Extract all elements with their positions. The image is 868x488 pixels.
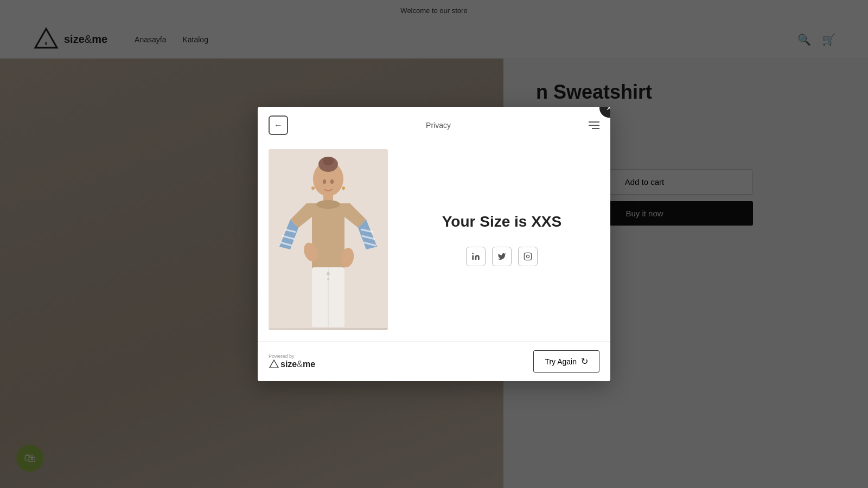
svg-point-24 (472, 253, 474, 254)
model-illustration (269, 149, 388, 328)
social-icons (466, 247, 538, 266)
svg-point-18 (327, 272, 330, 275)
svg-point-22 (311, 187, 315, 190)
modal-header: ← Privacy (258, 107, 610, 144)
svg-point-23 (342, 187, 345, 190)
back-icon: ← (274, 120, 283, 130)
linkedin-icon[interactable] (466, 247, 486, 266)
menu-line-3 (592, 128, 599, 129)
menu-button[interactable] (589, 121, 599, 129)
powered-by: Powered by size&me (269, 354, 315, 370)
modal-product-image (269, 149, 388, 330)
menu-line-1 (589, 121, 599, 123)
size-result-title: Your Size is XXS (442, 213, 561, 230)
modal-overlay: × ← Privacy (0, 0, 868, 488)
menu-line-2 (589, 125, 599, 126)
footer-brand-name: size&me (280, 359, 315, 369)
powered-by-logo: size&me (269, 359, 315, 370)
svg-marker-27 (270, 360, 278, 368)
try-again-label: Try Again (545, 357, 577, 366)
size-result-area: Your Size is XXS (404, 149, 599, 330)
svg-point-5 (323, 157, 334, 165)
modal-body: Your Size is XXS (258, 144, 610, 341)
svg-point-13 (316, 200, 340, 209)
modal-footer: Powered by size&me Try Again ↻ (258, 341, 610, 381)
svg-point-21 (330, 179, 334, 184)
powered-by-text: Powered by (269, 354, 295, 359)
modal-header-title: Privacy (426, 121, 451, 130)
svg-point-19 (327, 278, 329, 280)
svg-point-20 (323, 179, 326, 184)
footer-logo-icon (269, 359, 279, 370)
try-again-button[interactable]: Try Again ↻ (533, 350, 599, 373)
back-button[interactable]: ← (269, 115, 288, 135)
svg-rect-25 (524, 253, 531, 260)
twitter-icon[interactable] (492, 247, 512, 266)
size-modal: × ← Privacy (258, 107, 610, 381)
instagram-icon[interactable] (518, 247, 538, 266)
refresh-icon: ↻ (581, 356, 588, 367)
